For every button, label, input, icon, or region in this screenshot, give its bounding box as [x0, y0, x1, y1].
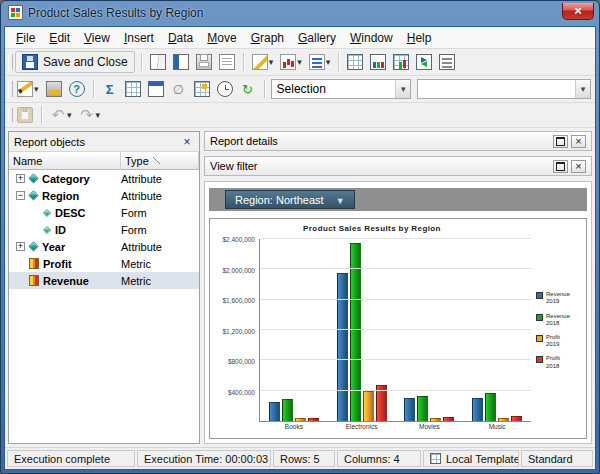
help-question-button[interactable]: ? [67, 80, 87, 98]
legend-label: Profit2019 [546, 334, 560, 348]
hide-nulls-icon: ∅ [171, 81, 187, 97]
close-icon[interactable] [180, 135, 194, 148]
report-book-button[interactable] [171, 53, 191, 71]
status-bar: Execution completeExecution Time: 00:00:… [5, 447, 595, 469]
menu-insert[interactable]: Insert [117, 28, 161, 48]
menu-move[interactable]: Move [200, 28, 243, 48]
legend-swatch [536, 292, 543, 299]
y-tick-label: $1,200,000 [222, 327, 255, 334]
page-by-button[interactable] [146, 80, 166, 98]
format-wand-dropdown[interactable] [250, 53, 276, 71]
grid-graph-view-button[interactable] [391, 53, 411, 71]
chevron-down-icon [336, 194, 345, 206]
chart-panel: Product Sales Results by Region $2,400,0… [209, 218, 587, 439]
tree-row-category[interactable]: +CategoryAttribute [9, 170, 199, 187]
bar[interactable] [485, 393, 496, 421]
report-objects-title: Report objects [14, 136, 85, 148]
bar[interactable] [472, 398, 483, 422]
swap-view-button[interactable] [414, 53, 434, 71]
close-icon[interactable] [571, 160, 586, 173]
object-name: Year [42, 241, 65, 253]
sql-view-button[interactable] [437, 53, 457, 71]
format-painter-button[interactable] [44, 80, 64, 98]
format-target-combo[interactable] [417, 79, 591, 99]
status-rows-5: Rows: 5 [273, 450, 335, 467]
page-setup-button[interactable] [217, 53, 237, 71]
close-icon[interactable] [571, 135, 586, 148]
collapse-icon[interactable]: − [16, 191, 25, 200]
maximize-icon[interactable] [553, 160, 568, 173]
toolbar-formatting: ?Σ∅↻Selection [5, 76, 595, 103]
menu-help[interactable]: Help [400, 28, 439, 48]
menu-window[interactable]: Window [343, 28, 400, 48]
report-objects-tree: +CategoryAttribute−RegionAttributeDESCFo… [9, 170, 199, 443]
chevron-down-icon[interactable] [395, 80, 410, 98]
graph-style-dropdown[interactable] [278, 53, 304, 71]
bar[interactable] [269, 402, 280, 421]
bar[interactable] [417, 396, 428, 421]
expand-icon[interactable]: + [16, 242, 25, 251]
expand-icon[interactable]: + [16, 174, 25, 183]
legend-item[interactable]: Profit2018 [536, 355, 583, 369]
bar-group-music [463, 239, 531, 421]
menu-graph[interactable]: Graph [244, 28, 291, 48]
legend-label: Revenue2019 [546, 291, 570, 305]
open-book-button[interactable] [148, 53, 168, 71]
print-button[interactable] [194, 53, 214, 71]
tree-row-year[interactable]: +YearAttribute [9, 238, 199, 255]
main-area: Report objects Name Type +CategoryAttrib… [5, 128, 595, 447]
display-mode-dropdown[interactable] [307, 53, 333, 71]
hide-nulls-button[interactable]: ∅ [169, 80, 189, 98]
menu-data[interactable]: Data [161, 28, 200, 48]
tree-row-region[interactable]: −RegionAttribute [9, 187, 199, 204]
tree-row-revenue[interactable]: RevenueMetric [9, 272, 199, 289]
legend-swatch [536, 335, 543, 342]
tree-row-id[interactable]: IDForm [9, 221, 199, 238]
graph-view-button[interactable] [368, 53, 388, 71]
bar[interactable] [376, 385, 387, 421]
object-type: Metric [121, 275, 199, 287]
legend-item[interactable]: Revenue2019 [536, 291, 583, 305]
close-button[interactable] [562, 3, 594, 20]
object-type: Attribute [121, 190, 199, 202]
toolbar-separator [93, 80, 94, 98]
format-painter-icon [46, 81, 62, 97]
paste-button[interactable] [15, 106, 35, 124]
menu-edit[interactable]: Edit [42, 28, 77, 48]
grid-view-button[interactable] [345, 53, 365, 71]
legend-item[interactable]: Profit2019 [536, 334, 583, 348]
refresh-button[interactable]: ↻ [238, 80, 258, 98]
legend-item[interactable]: Revenue2018 [536, 313, 583, 327]
insert-metric-button[interactable]: Σ [100, 80, 120, 98]
selection-combo[interactable]: Selection [271, 79, 412, 99]
insert-grid-button[interactable] [123, 80, 143, 98]
toolbar-separator [264, 80, 265, 98]
bar[interactable] [350, 243, 361, 421]
save-and-close-button[interactable]: Save and Close [15, 51, 135, 73]
object-name: Category [42, 173, 90, 185]
chevron-down-icon[interactable] [575, 80, 590, 98]
status-label: Execution complete [14, 453, 110, 465]
merge-cells-button[interactable] [192, 80, 212, 98]
undo-dropdown[interactable]: ↶ [48, 106, 74, 124]
gridline [260, 329, 531, 330]
bar[interactable] [337, 273, 348, 421]
format-pencil-dropdown[interactable] [15, 80, 41, 98]
x-axis-label: Music [463, 421, 531, 430]
region-filter-dropdown[interactable]: Region: Northeast [225, 190, 355, 209]
tree-row-desc[interactable]: DESCForm [9, 204, 199, 221]
bar[interactable] [404, 398, 415, 421]
redo-dropdown[interactable]: ↷ [77, 106, 103, 124]
menu-view[interactable]: View [77, 28, 117, 48]
menu-gallery[interactable]: Gallery [291, 28, 343, 48]
menu-file[interactable]: File [9, 28, 42, 48]
column-header-name[interactable]: Name [9, 152, 121, 170]
bar[interactable] [363, 391, 374, 421]
bar[interactable] [282, 399, 293, 421]
maximize-icon[interactable] [553, 135, 568, 148]
column-header-type[interactable]: Type [121, 152, 199, 170]
gridline [260, 390, 531, 391]
tree-row-profit[interactable]: ProfitMetric [9, 255, 199, 272]
schedule-clock-button[interactable] [215, 80, 235, 98]
bar-group-electronics [328, 239, 396, 421]
